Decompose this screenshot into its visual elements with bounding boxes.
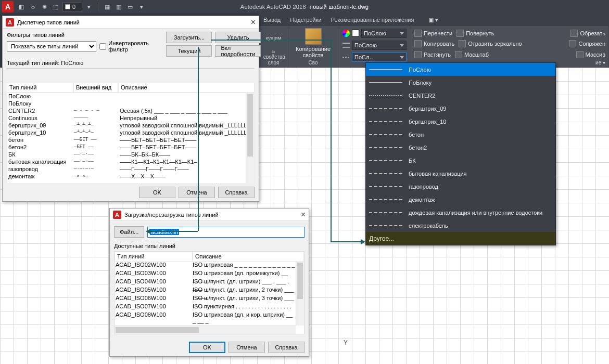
lineweight-combo[interactable]: ПоСлою (352, 41, 407, 50)
linetype-combo[interactable]: ПоСл… (352, 53, 407, 62)
qat-dropdown-icon[interactable]: ▾ (84, 2, 94, 11)
col-description[interactable]: Описание (118, 83, 255, 93)
ribbon-tab[interactable]: Вывод (263, 17, 281, 23)
match-properties-button[interactable]: Копирование свойств (290, 28, 337, 58)
linetype-option[interactable]: бергштрих_09 (366, 102, 555, 115)
col-appearance[interactable]: Внешний вид (73, 83, 118, 93)
qat-properties-icon[interactable]: ◧ (17, 2, 26, 11)
ribbon-tab[interactable]: Рекомендованные приложения (331, 17, 414, 23)
linetype-option[interactable]: CENTER2 (366, 89, 555, 102)
table-header[interactable]: Тип линий Внешний вид Описание (7, 83, 255, 93)
qat-lock-icon[interactable]: ⬚ (51, 2, 60, 11)
col-name[interactable]: Тип линий (115, 252, 193, 262)
table-row[interactable]: газопровод—·—·—·———Г——Г——Г——Г—— (7, 166, 254, 173)
linetype-option[interactable]: бытовая канализация (366, 167, 555, 180)
scale-button[interactable]: Масштаб (455, 51, 489, 58)
rotate-button[interactable]: Повернуть (456, 30, 494, 37)
cancel-button[interactable]: Отмена (179, 187, 215, 198)
move-button[interactable]: Перенести (414, 30, 452, 37)
table-row[interactable]: бетон2—БЕТ ————БЕТ–БЕТ–БЕТ–БЕТ—— (7, 144, 254, 151)
qat-more-icon[interactable]: ▾ (137, 2, 146, 11)
table-row[interactable]: ПоСлою (7, 93, 254, 100)
qat-layer-combo[interactable]: 0 (62, 2, 82, 11)
table-row[interactable]: бергштрих_09—┴—┴—┴—угловой заводской спл… (7, 122, 254, 129)
copy-button[interactable]: Копировать (414, 40, 454, 47)
table-row[interactable]: Continuous—————Непрерывный (7, 115, 254, 122)
qat-layout-icon[interactable]: ▦ (103, 2, 112, 11)
linetype-option[interactable]: електрокабель (366, 219, 555, 232)
file-button[interactable]: Файл... (114, 226, 144, 238)
linetype-option[interactable]: дождевая канализация или внутренние водо… (366, 206, 555, 219)
linetype-dropdown[interactable]: ПоСлоюПоБлокуCENTER2бергштрих_09бергштри… (365, 62, 556, 245)
col-description[interactable]: Описание (193, 252, 304, 262)
close-icon[interactable]: × (301, 210, 306, 219)
array-button[interactable]: Массив (576, 51, 605, 58)
fillet-icon (569, 40, 576, 47)
load-button[interactable]: Загрузить... (166, 32, 212, 43)
col-name[interactable]: Тип линий (7, 83, 73, 93)
table-row[interactable]: бетон——БЕТ ————БЕТ–БЕТ–БЕТ–БЕТ—— (7, 137, 254, 144)
dialog-titlebar[interactable]: A Загрузка/перезагрузка типов линий × (110, 209, 309, 221)
table-row[interactable]: ACAD_ISO08W100ISO штриховая (дл. и кор. … (115, 311, 296, 320)
rotate-icon (456, 30, 464, 37)
linetype-option[interactable]: бетон2 (366, 141, 555, 154)
invert-filter-checkbox[interactable]: Инвертировать фильтр (99, 40, 161, 53)
linetype-option[interactable]: бергштрих_10 (366, 115, 555, 128)
color-wheel-icon (342, 30, 350, 37)
table-row[interactable]: ACAD_ISO05W100ISO ш/пункт. (дл. штрихи, … (115, 287, 296, 295)
scrollbar-vertical[interactable] (296, 262, 304, 326)
table-body[interactable]: ACAD_ISO02W100ISO штриховая _ _ _ _ _ _ … (115, 262, 296, 326)
current-button[interactable]: Текущий (166, 45, 212, 57)
table-row[interactable]: ПоБлоку (7, 100, 254, 108)
table-row[interactable]: CENTER2— - — - —Осевая (.5x) ___ _ ___ _… (7, 108, 254, 115)
stretch-button[interactable]: Растянуть (414, 51, 451, 58)
scrollbar-horizontal[interactable] (115, 326, 296, 334)
linetype-other-option[interactable]: Другое... (366, 232, 555, 245)
qat-sun-icon[interactable]: ✺ (40, 2, 49, 11)
cancel-button[interactable]: Отмена (229, 342, 265, 353)
linetype-option[interactable]: БК (366, 154, 555, 167)
table-row[interactable]: ACAD_ISO02W100ISO штриховая _ _ _ _ _ _ … (115, 262, 296, 270)
qat-viewport-icon[interactable]: ▥ (114, 2, 123, 11)
table-row[interactable]: ACAD_ISO07W100ISO пунктирная . . . . . .… (115, 303, 296, 311)
ribbon-expand-icon[interactable]: ▣ ▾ (428, 17, 438, 23)
ok-button[interactable]: OK (139, 187, 175, 198)
ribbon-tab[interactable]: Надстройки (290, 17, 321, 23)
mirror-icon (459, 40, 466, 47)
table-row[interactable]: демонтаж—×—×———X—X—X—— (7, 173, 254, 180)
dialog-titlebar[interactable]: A Диспетчер типов линий × (3, 16, 259, 29)
table-row[interactable]: БК——·—·————БК–БК–БК—— (7, 151, 254, 159)
color-combo[interactable]: ПоСлою (361, 29, 407, 38)
linetype-option[interactable]: газопровод (366, 180, 555, 193)
table-body[interactable]: ПоСлоюПоБлокуCENTER2— - — - —Осевая (.5x… (7, 93, 255, 184)
file-input[interactable]: acadiso.lin (147, 227, 304, 238)
ok-button[interactable]: OK (189, 342, 225, 353)
table-row[interactable]: ACAD_ISO04W100ISO ш/пункт. (дл. штрихи) … (115, 278, 296, 287)
table-row[interactable]: бытовая канализация——·—·————К1—К1–К1–К1—… (7, 159, 254, 166)
trim-icon (570, 30, 578, 37)
qat-extra-icon[interactable]: ▭ (125, 2, 135, 11)
properties-panel: ПоСлою ПоСлою ПоСл… (338, 26, 411, 68)
linetype-option[interactable]: ПоСлою (366, 63, 555, 76)
linetype-option[interactable]: бетон (366, 128, 555, 141)
fillet-button[interactable]: Сопряжен (569, 40, 605, 47)
table-header[interactable]: Тип линий Описание (115, 252, 304, 262)
filter-combo[interactable]: Показать все типы линий (7, 41, 96, 52)
current-linetype-label: Текущий тип линий: ПоСлою (7, 57, 255, 69)
qat-light-icon[interactable]: ☼ (28, 2, 37, 11)
details-button[interactable]: Вкл подробности (215, 45, 261, 57)
help-button[interactable]: Справка (218, 187, 255, 198)
table-row[interactable]: ACAD_ISO06W100ISO ш/пункт. (дл. штрихи, … (115, 295, 296, 303)
mirror-button[interactable]: Отразить зеркально (459, 40, 522, 47)
close-icon[interactable]: × (251, 18, 256, 27)
linetype-option[interactable]: ПоБлоку (366, 76, 555, 89)
table-row[interactable]: ACAD_ISO03W100ISO штриховая (дл. промежу… (115, 270, 296, 278)
table-row[interactable]: бергштрих_10—┴—┴—┴—угловой заводской спл… (7, 129, 254, 137)
linetype-option[interactable]: демонтаж (366, 193, 555, 206)
trim-button[interactable]: Обрезать (570, 30, 605, 37)
delete-button[interactable]: Удалить (215, 32, 261, 43)
app-menu-button[interactable]: A (2, 1, 14, 12)
scrollbar-vertical[interactable] (246, 93, 254, 183)
help-button[interactable]: Справка (268, 342, 304, 353)
match-properties-icon (305, 28, 322, 45)
